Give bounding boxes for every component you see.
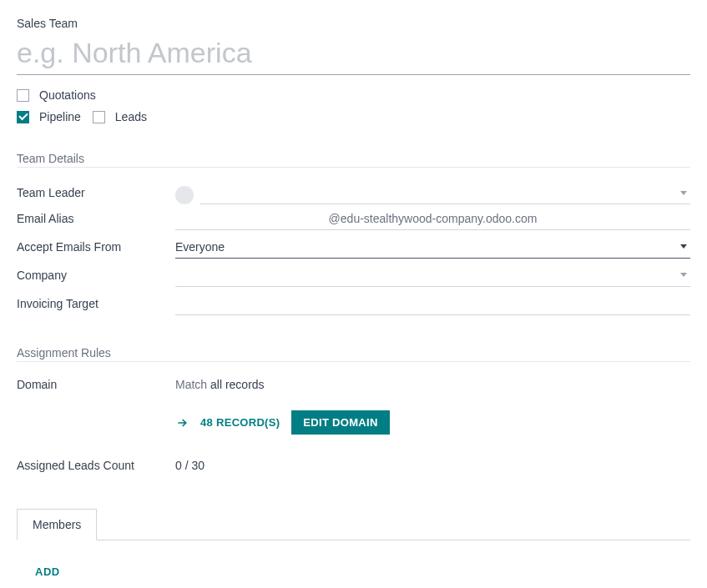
domain-value-container: Match all records	[175, 373, 690, 396]
team-leader-row: Team Leader	[17, 176, 690, 204]
tabs-container: Members	[17, 508, 690, 540]
tab-members[interactable]: Members	[17, 509, 97, 540]
invoicing-target-input[interactable]	[175, 292, 690, 315]
email-alias-row: Email Alias @edu-stealthywood-company.od…	[17, 204, 690, 233]
form-title-label: Sales Team	[17, 17, 690, 30]
accept-emails-value: Everyone	[175, 240, 225, 254]
email-domain-text: @edu-stealthywood-company.odoo.com	[329, 212, 538, 225]
email-alias-input[interactable]: @edu-stealthywood-company.odoo.com	[175, 207, 690, 230]
company-select[interactable]	[175, 264, 690, 287]
domain-label: Domain	[17, 378, 175, 391]
invoicing-target-row: Invoicing Target	[17, 289, 690, 318]
accept-emails-row: Accept Emails From Everyone	[17, 233, 690, 261]
team-leader-value-container	[175, 183, 690, 204]
sales-team-form: Sales Team Quotations Pipeline Leads Tea…	[17, 17, 690, 578]
assignment-rules-header: Assignment Rules	[17, 346, 690, 362]
assigned-leads-label: Assigned Leads Count	[17, 459, 175, 472]
records-link[interactable]: 48 RECORD(S)	[200, 416, 280, 429]
leads-label: Leads	[115, 110, 147, 123]
assigned-leads-row: Assigned Leads Count 0 / 30	[17, 451, 690, 480]
domain-actions: 48 RECORD(S) EDIT DOMAIN	[175, 410, 690, 435]
leads-checkbox[interactable]	[93, 111, 105, 123]
chevron-down-icon	[680, 244, 687, 249]
domain-row: Domain Match all records	[17, 370, 690, 399]
add-button[interactable]: ADD	[35, 565, 690, 578]
pipeline-label: Pipeline	[39, 110, 81, 123]
accept-emails-label: Accept Emails From	[17, 240, 175, 254]
chevron-down-icon	[680, 273, 687, 277]
company-row: Company	[17, 261, 690, 289]
arrow-right-icon	[175, 416, 189, 430]
chevron-down-icon	[680, 191, 687, 195]
assigned-leads-value: 0 / 30	[175, 459, 205, 472]
accept-emails-select[interactable]: Everyone	[175, 235, 690, 259]
assigned-leads-value-container: 0 / 30	[175, 454, 690, 477]
team-name-input[interactable]	[17, 35, 690, 75]
checkbox-row-2: Pipeline Leads	[17, 110, 690, 123]
checkbox-row-1: Quotations	[17, 88, 690, 102]
invoicing-target-label: Invoicing Target	[17, 297, 175, 310]
edit-domain-button[interactable]: EDIT DOMAIN	[291, 410, 389, 435]
leads-checkbox-group: Leads	[93, 110, 147, 123]
quotations-checkbox[interactable]	[17, 89, 29, 102]
pipeline-checkbox[interactable]	[17, 111, 29, 123]
team-details-header: Team Details	[17, 152, 690, 168]
company-label: Company	[17, 269, 175, 282]
team-leader-select[interactable]	[200, 183, 690, 204]
pipeline-checkbox-group: Pipeline	[17, 110, 81, 123]
email-alias-label: Email Alias	[17, 212, 175, 225]
domain-match-text: Match all records	[175, 378, 265, 391]
quotations-checkbox-group: Quotations	[17, 88, 96, 102]
avatar-placeholder	[175, 186, 194, 204]
team-leader-label: Team Leader	[17, 186, 175, 204]
quotations-label: Quotations	[39, 88, 96, 102]
